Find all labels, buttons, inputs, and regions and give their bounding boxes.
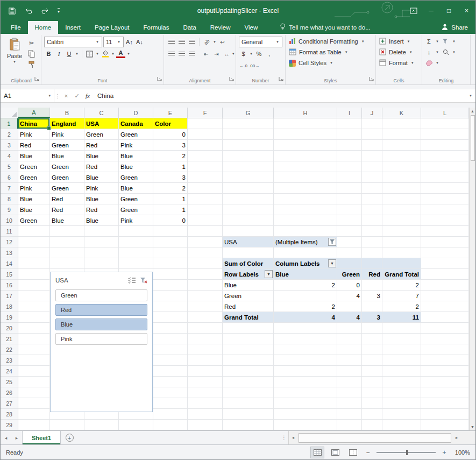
cell-C9[interactable]: Red — [84, 204, 119, 215]
cell-I12[interactable] — [337, 237, 362, 247]
cell-L1[interactable] — [421, 118, 469, 129]
cell-K10[interactable] — [382, 215, 421, 226]
cell-F12[interactable] — [188, 237, 223, 247]
cell-I9[interactable] — [337, 204, 362, 215]
cell-H1[interactable] — [274, 118, 337, 129]
cell-J10[interactable] — [362, 215, 382, 226]
cell-I23[interactable] — [337, 355, 362, 366]
cell-I26[interactable] — [337, 387, 362, 398]
new-sheet-button[interactable]: + — [61, 431, 78, 444]
cell-A21[interactable] — [18, 334, 50, 344]
cell-H28[interactable] — [274, 409, 337, 420]
font-name-select[interactable]: Calibri▾ — [44, 37, 102, 47]
cell-L4[interactable] — [421, 151, 469, 161]
maximize-icon[interactable]: □ — [440, 1, 458, 21]
cell-J7[interactable] — [362, 183, 382, 194]
row-header-9[interactable]: 9 — [1, 204, 18, 215]
cell-E17[interactable] — [153, 291, 188, 301]
align-center-icon[interactable] — [177, 49, 186, 59]
slicer-clear-filter-icon[interactable] — [138, 275, 150, 285]
orientation-icon[interactable]: ab — [200, 36, 214, 49]
slicer-item-red[interactable]: Red — [55, 304, 147, 316]
cell-C14[interactable] — [84, 258, 119, 269]
align-right-icon[interactable] — [187, 49, 196, 59]
cell-E11[interactable] — [153, 226, 188, 237]
cell-K29[interactable] — [382, 420, 421, 430]
cell-I13[interactable] — [337, 247, 362, 258]
cell-K14[interactable] — [382, 258, 421, 269]
fill-icon[interactable]: ↓ — [424, 47, 434, 57]
cell-G13[interactable] — [223, 247, 274, 258]
cell-A4[interactable]: Blue — [18, 151, 50, 161]
tab-home[interactable]: Home — [28, 21, 59, 34]
cell-H13[interactable] — [274, 247, 337, 258]
cell-I14[interactable] — [337, 258, 362, 269]
cell-F23[interactable] — [188, 355, 223, 366]
formula-bar-expand-icon[interactable]: ▾ — [466, 94, 475, 98]
row-header-8[interactable]: 8 — [1, 194, 18, 204]
cell-J25[interactable] — [362, 377, 382, 387]
cell-A7[interactable]: Pink — [18, 183, 50, 194]
cell-A23[interactable] — [18, 355, 50, 366]
cell-G6[interactable] — [223, 172, 274, 183]
sheet-nav-left-icon[interactable]: ◂ — [1, 431, 11, 444]
tab-file[interactable]: File — [4, 21, 28, 34]
cell-B29[interactable] — [50, 420, 84, 430]
vertical-scrollbar[interactable]: ▲ ▼ — [469, 108, 475, 430]
row-header-15[interactable]: 15 — [1, 269, 18, 280]
enter-icon[interactable]: ✓ — [72, 93, 82, 100]
cell-D7[interactable]: Blue — [119, 183, 153, 194]
cell-K11[interactable] — [382, 226, 421, 237]
row-header-13[interactable]: 13 — [1, 247, 18, 258]
cell-F25[interactable] — [188, 377, 223, 387]
cell-H20[interactable] — [274, 323, 337, 334]
cell-I7[interactable] — [337, 183, 362, 194]
italic-button[interactable]: I — [54, 49, 63, 59]
percent-format-icon[interactable]: % — [254, 49, 264, 59]
cell-I11[interactable] — [337, 226, 362, 237]
cell-F22[interactable] — [188, 344, 223, 355]
cell-H8[interactable] — [274, 194, 337, 204]
font-dialog-launcher-icon[interactable] — [157, 74, 162, 83]
cell-D2[interactable]: Green — [119, 129, 153, 140]
cell-K27[interactable] — [382, 398, 421, 409]
decrease-indent-icon[interactable]: ⇤ — [202, 49, 211, 59]
cell-H26[interactable] — [274, 387, 337, 398]
cell-G2[interactable] — [223, 129, 274, 140]
cell-F8[interactable] — [188, 194, 223, 204]
cell-E9[interactable]: 1 — [153, 204, 188, 215]
borders-icon[interactable] — [85, 49, 94, 59]
cell-J22[interactable] — [362, 344, 382, 355]
cell-E15[interactable] — [153, 269, 188, 280]
cell-A2[interactable]: Pink — [18, 129, 50, 140]
cell-D11[interactable] — [119, 226, 153, 237]
cell-K25[interactable] — [382, 377, 421, 387]
cell-E28[interactable] — [153, 409, 188, 420]
cell-D13[interactable] — [119, 247, 153, 258]
cell-J23[interactable] — [362, 355, 382, 366]
cell-G19[interactable]: Grand Total — [223, 312, 274, 323]
cell-B4[interactable]: Blue — [50, 151, 84, 161]
cell-K6[interactable] — [382, 172, 421, 183]
zoom-slider[interactable] — [376, 452, 436, 453]
cell-K4[interactable] — [382, 151, 421, 161]
cell-L10[interactable] — [421, 215, 469, 226]
cell-J12[interactable] — [362, 237, 382, 247]
column-header-J[interactable]: J — [362, 108, 382, 118]
cell-L24[interactable] — [421, 366, 469, 377]
cell-G20[interactable] — [223, 323, 274, 334]
slicer-multiselect-icon[interactable] — [126, 275, 138, 285]
cell-G12[interactable]: USA — [223, 237, 274, 247]
font-size-select[interactable]: 11▾ — [103, 37, 124, 47]
cell-E21[interactable] — [153, 334, 188, 344]
increase-font-size-icon[interactable]: A↑ — [125, 37, 134, 47]
column-header-G[interactable]: G — [223, 108, 274, 118]
cell-I15[interactable]: Green — [337, 269, 362, 280]
row-header-23[interactable]: 23 — [1, 355, 18, 366]
comma-format-icon[interactable]: , — [265, 49, 274, 59]
zoom-level[interactable]: 100% — [453, 449, 470, 456]
alignment-dialog-launcher-icon[interactable] — [229, 74, 234, 83]
cell-B12[interactable] — [50, 237, 84, 247]
row-header-5[interactable]: 5 — [1, 161, 18, 172]
cell-J11[interactable] — [362, 226, 382, 237]
